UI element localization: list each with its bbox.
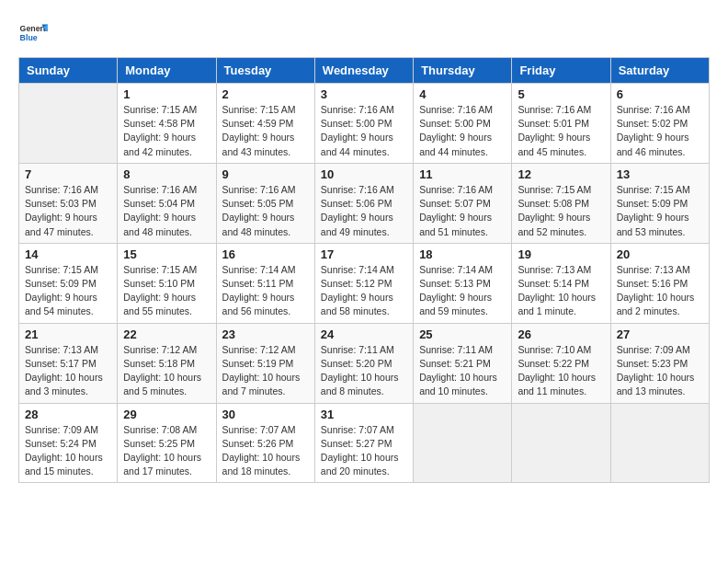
calendar-cell: 14Sunrise: 7:15 AMSunset: 5:09 PMDayligh… — [19, 243, 118, 323]
day-number: 28 — [25, 408, 111, 421]
day-number: 27 — [617, 327, 703, 341]
logo-icon: General Blue — [18, 18, 48, 48]
calendar-cell: 26Sunrise: 7:10 AMSunset: 5:22 PMDayligh… — [512, 323, 610, 403]
day-info: Sunrise: 7:16 AMSunset: 5:03 PMDaylight:… — [25, 183, 111, 239]
day-number: 22 — [123, 327, 210, 341]
calendar-cell — [610, 403, 709, 483]
day-number: 24 — [321, 327, 407, 341]
day-info: Sunrise: 7:14 AMSunset: 5:11 PMDaylight:… — [222, 263, 309, 319]
calendar-week-row: 1Sunrise: 7:15 AMSunset: 4:58 PMDaylight… — [19, 84, 710, 164]
calendar-cell: 23Sunrise: 7:12 AMSunset: 5:19 PMDayligh… — [216, 323, 314, 403]
day-of-week-header: Friday — [512, 58, 610, 84]
day-info: Sunrise: 7:10 AMSunset: 5:22 PMDaylight:… — [518, 343, 604, 399]
day-info: Sunrise: 7:16 AMSunset: 5:05 PMDaylight:… — [222, 183, 309, 239]
calendar-cell: 13Sunrise: 7:15 AMSunset: 5:09 PMDayligh… — [610, 163, 709, 243]
day-number: 20 — [617, 247, 703, 261]
day-info: Sunrise: 7:13 AMSunset: 5:17 PMDaylight:… — [25, 343, 111, 399]
calendar-cell — [19, 84, 118, 164]
day-of-week-header: Wednesday — [314, 58, 413, 84]
day-info: Sunrise: 7:16 AMSunset: 5:00 PMDaylight:… — [419, 103, 506, 159]
calendar-cell: 7Sunrise: 7:16 AMSunset: 5:03 PMDaylight… — [19, 163, 118, 243]
calendar-cell: 3Sunrise: 7:16 AMSunset: 5:00 PMDaylight… — [314, 84, 413, 164]
day-number: 29 — [123, 408, 210, 421]
day-info: Sunrise: 7:14 AMSunset: 5:13 PMDaylight:… — [419, 263, 506, 319]
page-header: General Blue — [18, 18, 710, 48]
calendar-cell: 17Sunrise: 7:14 AMSunset: 5:12 PMDayligh… — [314, 243, 413, 323]
day-info: Sunrise: 7:12 AMSunset: 5:18 PMDaylight:… — [123, 343, 210, 399]
day-number: 31 — [321, 408, 407, 421]
calendar-cell: 29Sunrise: 7:08 AMSunset: 5:25 PMDayligh… — [118, 403, 216, 483]
calendar-cell: 31Sunrise: 7:07 AMSunset: 5:27 PMDayligh… — [314, 403, 413, 483]
calendar-table: SundayMondayTuesdayWednesdayThursdayFrid… — [18, 57, 710, 483]
day-info: Sunrise: 7:11 AMSunset: 5:21 PMDaylight:… — [419, 343, 506, 399]
calendar-cell: 12Sunrise: 7:15 AMSunset: 5:08 PMDayligh… — [512, 163, 610, 243]
day-info: Sunrise: 7:16 AMSunset: 5:02 PMDaylight:… — [617, 103, 703, 159]
day-number: 30 — [222, 408, 309, 421]
calendar-cell: 10Sunrise: 7:16 AMSunset: 5:06 PMDayligh… — [314, 163, 413, 243]
day-number: 12 — [518, 167, 604, 181]
day-info: Sunrise: 7:16 AMSunset: 5:00 PMDaylight:… — [321, 103, 407, 159]
day-info: Sunrise: 7:15 AMSunset: 5:09 PMDaylight:… — [25, 263, 111, 319]
day-number: 19 — [518, 247, 604, 261]
day-number: 13 — [617, 167, 703, 181]
calendar-cell: 6Sunrise: 7:16 AMSunset: 5:02 PMDaylight… — [610, 84, 709, 164]
calendar-cell: 9Sunrise: 7:16 AMSunset: 5:05 PMDaylight… — [216, 163, 314, 243]
day-info: Sunrise: 7:09 AMSunset: 5:23 PMDaylight:… — [617, 343, 703, 399]
day-info: Sunrise: 7:14 AMSunset: 5:12 PMDaylight:… — [321, 263, 407, 319]
calendar-cell: 8Sunrise: 7:16 AMSunset: 5:04 PMDaylight… — [118, 163, 216, 243]
day-info: Sunrise: 7:15 AMSunset: 5:09 PMDaylight:… — [617, 183, 703, 239]
day-number: 16 — [222, 247, 309, 261]
day-number: 14 — [25, 247, 111, 261]
day-of-week-header: Sunday — [19, 58, 118, 84]
calendar-cell: 11Sunrise: 7:16 AMSunset: 5:07 PMDayligh… — [414, 163, 512, 243]
day-info: Sunrise: 7:08 AMSunset: 5:25 PMDaylight:… — [123, 423, 210, 479]
calendar-cell: 24Sunrise: 7:11 AMSunset: 5:20 PMDayligh… — [314, 323, 413, 403]
day-info: Sunrise: 7:15 AMSunset: 5:08 PMDaylight:… — [518, 183, 604, 239]
svg-text:Blue: Blue — [20, 33, 38, 42]
calendar-cell: 21Sunrise: 7:13 AMSunset: 5:17 PMDayligh… — [19, 323, 118, 403]
day-number: 5 — [518, 87, 604, 101]
calendar-week-row: 21Sunrise: 7:13 AMSunset: 5:17 PMDayligh… — [19, 323, 710, 403]
day-of-week-header: Monday — [118, 58, 216, 84]
day-number: 10 — [321, 167, 407, 181]
day-info: Sunrise: 7:16 AMSunset: 5:01 PMDaylight:… — [518, 103, 604, 159]
day-number: 11 — [419, 167, 506, 181]
day-info: Sunrise: 7:15 AMSunset: 4:58 PMDaylight:… — [123, 103, 210, 159]
day-number: 6 — [617, 87, 703, 101]
day-number: 2 — [222, 87, 309, 101]
day-of-week-header: Tuesday — [216, 58, 314, 84]
calendar-week-row: 7Sunrise: 7:16 AMSunset: 5:03 PMDaylight… — [19, 163, 710, 243]
day-number: 1 — [123, 87, 210, 101]
calendar-cell — [512, 403, 610, 483]
calendar-week-row: 28Sunrise: 7:09 AMSunset: 5:24 PMDayligh… — [19, 403, 710, 483]
day-info: Sunrise: 7:11 AMSunset: 5:20 PMDaylight:… — [321, 343, 407, 399]
day-number: 15 — [123, 247, 210, 261]
calendar-cell: 1Sunrise: 7:15 AMSunset: 4:58 PMDaylight… — [118, 84, 216, 164]
day-info: Sunrise: 7:16 AMSunset: 5:04 PMDaylight:… — [123, 183, 210, 239]
day-number: 4 — [419, 87, 506, 101]
day-of-week-header: Saturday — [610, 58, 709, 84]
day-number: 9 — [222, 167, 309, 181]
day-number: 18 — [419, 247, 506, 261]
day-number: 17 — [321, 247, 407, 261]
day-info: Sunrise: 7:09 AMSunset: 5:24 PMDaylight:… — [25, 423, 111, 479]
day-info: Sunrise: 7:16 AMSunset: 5:06 PMDaylight:… — [321, 183, 407, 239]
calendar-cell: 22Sunrise: 7:12 AMSunset: 5:18 PMDayligh… — [118, 323, 216, 403]
day-info: Sunrise: 7:16 AMSunset: 5:07 PMDaylight:… — [419, 183, 506, 239]
day-info: Sunrise: 7:12 AMSunset: 5:19 PMDaylight:… — [222, 343, 309, 399]
day-number: 21 — [25, 327, 111, 341]
day-number: 3 — [321, 87, 407, 101]
day-info: Sunrise: 7:15 AMSunset: 4:59 PMDaylight:… — [222, 103, 309, 159]
calendar-cell: 2Sunrise: 7:15 AMSunset: 4:59 PMDaylight… — [216, 84, 314, 164]
day-info: Sunrise: 7:15 AMSunset: 5:10 PMDaylight:… — [123, 263, 210, 319]
calendar-cell: 25Sunrise: 7:11 AMSunset: 5:21 PMDayligh… — [414, 323, 512, 403]
day-info: Sunrise: 7:13 AMSunset: 5:14 PMDaylight:… — [518, 263, 604, 319]
calendar-cell: 19Sunrise: 7:13 AMSunset: 5:14 PMDayligh… — [512, 243, 610, 323]
logo: General Blue — [18, 18, 48, 48]
calendar-week-row: 14Sunrise: 7:15 AMSunset: 5:09 PMDayligh… — [19, 243, 710, 323]
calendar-cell: 5Sunrise: 7:16 AMSunset: 5:01 PMDaylight… — [512, 84, 610, 164]
calendar-cell: 16Sunrise: 7:14 AMSunset: 5:11 PMDayligh… — [216, 243, 314, 323]
calendar-cell — [414, 403, 512, 483]
calendar-cell: 15Sunrise: 7:15 AMSunset: 5:10 PMDayligh… — [118, 243, 216, 323]
day-number: 25 — [419, 327, 506, 341]
